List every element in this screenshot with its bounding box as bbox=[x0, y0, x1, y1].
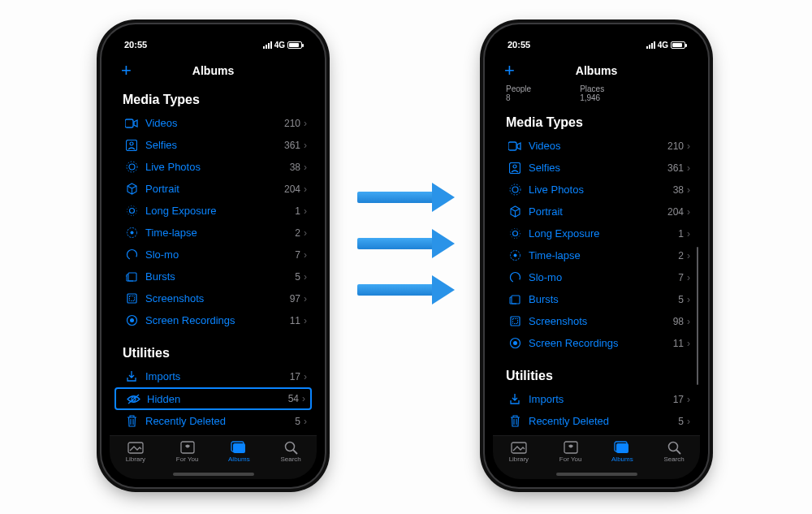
screen: 20:55 4G + Albums Media Types Videos 210… bbox=[110, 32, 317, 479]
chevron-right-icon: › bbox=[300, 393, 305, 404]
chevron-right-icon: › bbox=[302, 271, 307, 283]
row-long-exposure[interactable]: Long Exposure 1 › bbox=[493, 222, 700, 244]
row-bursts[interactable]: Bursts 5 › bbox=[493, 288, 700, 310]
tab-search[interactable]: Search bbox=[266, 440, 315, 463]
long-exposure-icon bbox=[123, 205, 140, 217]
battery-icon bbox=[671, 41, 685, 49]
tab-library[interactable]: Library bbox=[111, 440, 160, 463]
scroll-area-left[interactable]: Media Types Videos 210 › Selfies 361 › L… bbox=[110, 84, 317, 435]
notch bbox=[165, 32, 262, 50]
svg-point-14 bbox=[130, 318, 134, 322]
tab-albums[interactable]: Albums bbox=[598, 440, 646, 463]
svg-rect-0 bbox=[125, 119, 133, 127]
slomo-icon bbox=[123, 248, 140, 261]
record-icon bbox=[123, 314, 140, 326]
row-screenshots[interactable]: Screenshots 98 › bbox=[493, 310, 700, 332]
timelapse-icon bbox=[123, 227, 140, 239]
row-selfies[interactable]: Selfies 361 › bbox=[493, 157, 700, 179]
row-timelapse[interactable]: Time-lapse 2 › bbox=[110, 222, 317, 244]
tab-albums[interactable]: Albums bbox=[214, 440, 263, 463]
section-media-types: Media Types bbox=[110, 84, 317, 112]
row-label: Bursts bbox=[524, 293, 678, 305]
scroll-area-right[interactable]: People 8 Places 1,946 Media Types Videos… bbox=[493, 84, 700, 435]
tab-for-you[interactable]: For You bbox=[546, 440, 595, 463]
battery-icon bbox=[287, 41, 302, 49]
row-screenshots[interactable]: Screenshots 97 › bbox=[110, 287, 317, 309]
row-live-photos[interactable]: Live Photos 38 › bbox=[110, 156, 317, 178]
svg-point-27 bbox=[510, 184, 520, 195]
row-count: 361 bbox=[667, 162, 685, 174]
row-videos[interactable]: Videos 210 › bbox=[110, 112, 317, 134]
svg-point-21 bbox=[285, 442, 294, 451]
row-count: 1 bbox=[678, 228, 685, 240]
row-slomo[interactable]: Slo-mo 7 › bbox=[493, 266, 700, 288]
row-selfies[interactable]: Selfies 361 › bbox=[110, 134, 317, 156]
albums-icon bbox=[231, 440, 247, 455]
cube-icon bbox=[506, 205, 524, 218]
tab-label: Albums bbox=[611, 456, 633, 463]
tab-label: Albums bbox=[228, 456, 250, 463]
row-count: 7 bbox=[295, 249, 302, 261]
row-timelapse[interactable]: Time-lapse 2 › bbox=[493, 244, 700, 266]
phone-left: 20:55 4G + Albums Media Types Videos 210… bbox=[102, 24, 325, 487]
row-bursts[interactable]: Bursts 5 › bbox=[110, 266, 317, 287]
svg-point-29 bbox=[510, 229, 520, 239]
nav-title: Albums bbox=[192, 64, 234, 77]
row-imports[interactable]: Imports 17 › bbox=[493, 388, 700, 410]
svg-point-3 bbox=[129, 164, 135, 170]
notch bbox=[548, 32, 646, 50]
chevron-right-icon: › bbox=[685, 250, 690, 261]
row-count: 210 bbox=[284, 118, 302, 129]
row-count: 5 bbox=[678, 294, 685, 305]
row-count: 2 bbox=[678, 250, 685, 261]
tab-search[interactable]: Search bbox=[650, 440, 698, 463]
tab-for-you[interactable]: For You bbox=[163, 440, 212, 463]
screen: 20:55 4G + Albums People 8 Places 1,946 bbox=[493, 32, 700, 479]
import-icon bbox=[506, 393, 524, 405]
home-indicator[interactable] bbox=[173, 473, 254, 476]
bursts-icon bbox=[123, 270, 140, 283]
row-label: Time-lapse bbox=[140, 227, 295, 239]
chevron-right-icon: › bbox=[302, 162, 307, 173]
row-slomo[interactable]: Slo-mo 7 › bbox=[110, 244, 317, 266]
people-label: People bbox=[506, 84, 531, 93]
svg-rect-33 bbox=[512, 296, 520, 304]
row-label: Live Photos bbox=[524, 184, 673, 196]
svg-rect-10 bbox=[128, 273, 136, 281]
home-indicator[interactable] bbox=[556, 473, 637, 476]
chevron-right-icon: › bbox=[302, 315, 307, 326]
row-portrait[interactable]: Portrait 204 › bbox=[493, 201, 700, 222]
row-count: 5 bbox=[678, 416, 685, 427]
row-hidden[interactable]: Hidden 54 › bbox=[114, 387, 312, 410]
row-screen-recordings[interactable]: Screen Recordings 11 › bbox=[110, 309, 317, 331]
row-count: 5 bbox=[295, 416, 302, 427]
tab-label: For You bbox=[559, 456, 582, 463]
row-count: 11 bbox=[290, 315, 302, 326]
row-live-photos[interactable]: Live Photos 38 › bbox=[493, 179, 700, 201]
person-square-icon bbox=[506, 162, 524, 174]
row-count: 17 bbox=[673, 394, 685, 405]
row-recently-deleted[interactable]: Recently Deleted 5 › bbox=[493, 410, 700, 432]
svg-point-8 bbox=[130, 231, 133, 235]
row-imports[interactable]: Imports 17 › bbox=[110, 365, 317, 387]
row-label: Bursts bbox=[140, 270, 295, 283]
tab-library[interactable]: Library bbox=[495, 440, 543, 463]
row-videos[interactable]: Videos 210 › bbox=[493, 135, 700, 157]
svg-point-42 bbox=[668, 442, 677, 451]
status-time: 20:55 bbox=[508, 40, 530, 50]
chevron-right-icon: › bbox=[685, 162, 690, 174]
row-count: 1 bbox=[295, 205, 302, 217]
svg-point-25 bbox=[513, 165, 516, 168]
row-portrait[interactable]: Portrait 204 › bbox=[110, 178, 317, 200]
svg-point-31 bbox=[513, 254, 516, 257]
row-label: Videos bbox=[524, 140, 667, 152]
add-button[interactable]: + bbox=[121, 60, 132, 81]
row-long-exposure[interactable]: Long Exposure 1 › bbox=[110, 200, 317, 222]
library-icon bbox=[511, 440, 527, 455]
row-label: Hidden bbox=[142, 393, 288, 405]
add-button[interactable]: + bbox=[504, 60, 515, 81]
chevron-right-icon: › bbox=[302, 293, 307, 305]
row-recently-deleted[interactable]: Recently Deleted 5 › bbox=[110, 410, 317, 432]
chevron-right-icon: › bbox=[685, 338, 690, 349]
row-screen-recordings[interactable]: Screen Recordings 11 › bbox=[493, 332, 700, 354]
